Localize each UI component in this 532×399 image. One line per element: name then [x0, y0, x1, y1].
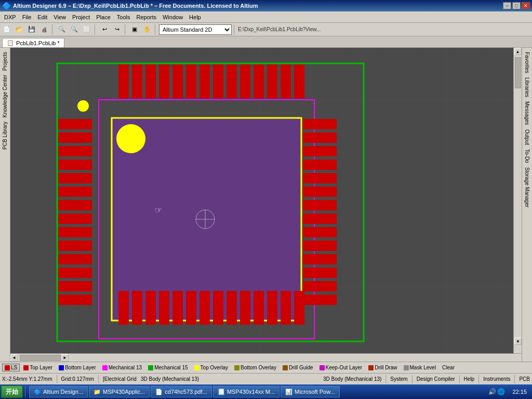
- layer-color-drill-guide: [283, 365, 288, 370]
- minimize-button[interactable]: –: [503, 2, 511, 9]
- svg-rect-49: [303, 132, 337, 143]
- scroll-left-button[interactable]: ◄: [10, 354, 18, 362]
- new-button[interactable]: 📄: [1, 24, 12, 35]
- svg-rect-53: [303, 187, 337, 197]
- layer-color-keepout: [320, 365, 325, 370]
- svg-rect-27: [213, 291, 223, 325]
- zoom-out-button[interactable]: 🔍: [69, 24, 80, 35]
- msp430applic-label: MSP430Applic...: [103, 389, 145, 395]
- layer-clear[interactable]: Clear: [440, 364, 457, 371]
- doc-task-icon: 📃: [218, 389, 225, 395]
- menu-dxp[interactable]: DXP: [1, 13, 19, 21]
- taskbar-msp430m[interactable]: 📃 MSP430x14xx M...: [213, 386, 280, 397]
- tray-area: 🔊 🌐: [486, 388, 507, 395]
- pcb-canvas-area[interactable]: ☞: [10, 48, 513, 353]
- status-help[interactable]: Help: [464, 376, 475, 382]
- svg-rect-17: [267, 64, 277, 98]
- taskbar-altium[interactable]: 🔷 Altium Design...: [29, 386, 88, 397]
- layer-mech13[interactable]: Mechanical 13: [100, 364, 144, 371]
- scroll-down-button[interactable]: ▼: [514, 338, 522, 345]
- horizontal-scrollbar[interactable]: ◄ ►: [10, 353, 522, 362]
- layer-keepout[interactable]: Keep-Out Layer: [317, 364, 365, 371]
- taskbar-pdf[interactable]: 📄 cd74hc573.pdf...: [151, 386, 211, 397]
- svg-rect-36: [58, 146, 92, 156]
- scroll-thumb-v[interactable]: [515, 57, 521, 88]
- svg-rect-39: [58, 187, 92, 197]
- altium-task-label: Altium Design...: [43, 389, 83, 395]
- layer-drill-draw[interactable]: Drill Draw: [366, 364, 400, 371]
- menu-reports[interactable]: Reports: [133, 13, 159, 21]
- sidebar-item-messages[interactable]: Messages: [523, 99, 531, 127]
- sidebar-item-knowledge[interactable]: Knowledge Center: [1, 73, 9, 119]
- sidebar-item-projects[interactable]: Projects: [1, 50, 9, 73]
- taskbar-msp430applic[interactable]: 📁 MSP430Applic...: [89, 386, 150, 397]
- menu-project[interactable]: Project: [69, 13, 93, 21]
- print-button[interactable]: 🖨: [38, 24, 50, 35]
- layer-top[interactable]: Top Layer: [21, 364, 55, 371]
- titlebar-left: 🔷 Altium Designer 6.9 – E:\Dxp_Keil\PcbL…: [2, 2, 258, 10]
- sidebar-item-todo[interactable]: To-Do: [523, 147, 531, 165]
- scroll-up-button[interactable]: ▲: [514, 48, 522, 55]
- move-button[interactable]: ✋: [141, 24, 153, 35]
- tab-icon: 📋: [7, 39, 14, 46]
- svg-rect-56: [303, 227, 337, 237]
- layer-ls[interactable]: LS: [2, 364, 20, 371]
- sidebar-item-output[interactable]: Output: [523, 127, 531, 147]
- svg-text:☞: ☞: [155, 206, 162, 215]
- menu-view[interactable]: View: [50, 13, 69, 21]
- menu-window[interactable]: Window: [159, 13, 186, 21]
- tray-icon-2: 🌐: [497, 388, 505, 395]
- svg-rect-51: [303, 159, 337, 170]
- open-button[interactable]: 📂: [14, 24, 25, 35]
- status-instruments[interactable]: Instruments: [483, 376, 510, 382]
- layer-mech15[interactable]: Mechanical 15: [145, 364, 190, 371]
- scroll-right-button[interactable]: ►: [61, 354, 69, 362]
- status-component2: 3D Body (Mechanical 13): [323, 376, 381, 382]
- vertical-scrollbar[interactable]: ▲ ▼: [513, 48, 522, 353]
- layer-color-mech13: [102, 365, 108, 370]
- sidebar-item-libraries[interactable]: Libraries: [523, 75, 531, 99]
- sidebar-item-favorites[interactable]: Favorites: [523, 50, 531, 75]
- zoom-fit-button[interactable]: ⬜: [81, 24, 92, 35]
- layer-mask[interactable]: Mask Level: [401, 364, 439, 371]
- menu-tools[interactable]: Tools: [114, 13, 134, 21]
- start-button[interactable]: 开始: [1, 385, 23, 398]
- scroll-thumb-h[interactable]: [20, 355, 61, 361]
- svg-rect-42: [58, 227, 92, 237]
- menu-place[interactable]: Place: [93, 13, 114, 21]
- layer-bottom[interactable]: Bottom Layer: [56, 364, 98, 371]
- menu-edit[interactable]: Edit: [34, 13, 50, 21]
- layer-label-bottom-overlay: Bottom Overlay: [241, 365, 276, 370]
- tab-pcblib[interactable]: 📋 PcbLib1.PcbLib *: [2, 38, 64, 47]
- tab-label: PcbLib1.PcbLib *: [16, 40, 60, 46]
- maximize-button[interactable]: □: [512, 2, 521, 9]
- menu-help[interactable]: Help: [186, 13, 204, 21]
- status-bar: X:-2.54mm Y:1.27mm Grid:0.127mm [Electri…: [0, 373, 532, 384]
- taskbar-ppt[interactable]: 📊 Microsoft Pow...: [281, 386, 340, 397]
- status-sep-3: [385, 375, 386, 383]
- layer-top-overlay[interactable]: Top Overlay: [192, 364, 231, 371]
- save-button[interactable]: 💾: [26, 24, 37, 35]
- altium-task-icon: 🔷: [34, 389, 41, 395]
- sidebar-item-storage[interactable]: Storage Manager: [523, 165, 531, 209]
- layer-label-drill-guide: Drill Guide: [289, 365, 313, 370]
- layer-drill-guide[interactable]: Drill Guide: [280, 364, 316, 371]
- close-button[interactable]: ✕: [522, 2, 530, 9]
- redo-button[interactable]: ↪: [111, 24, 123, 35]
- undo-button[interactable]: ↩: [99, 24, 110, 35]
- pcb-svg: ☞: [10, 48, 513, 353]
- layer-color-bottom: [59, 365, 64, 370]
- status-system[interactable]: System: [390, 376, 407, 382]
- taskbar: 开始 🔷 Altium Design... 📁 MSP430Applic... …: [0, 384, 532, 399]
- layer-bottom-overlay[interactable]: Bottom Overlay: [232, 364, 279, 371]
- svg-rect-26: [200, 291, 210, 325]
- sidebar-item-pcblib[interactable]: PCB Library: [1, 119, 9, 152]
- status-design-compiler[interactable]: Design Compiler: [417, 376, 455, 382]
- layer-label-top-overlay: Top Overlay: [201, 365, 228, 370]
- view-dropdown[interactable]: Altium Standard 2D Altium Standard 3D: [159, 24, 232, 35]
- menu-file[interactable]: File: [19, 13, 35, 21]
- status-pcb[interactable]: PCB: [519, 376, 530, 382]
- select-button[interactable]: ▣: [129, 24, 140, 35]
- svg-rect-54: [303, 200, 337, 210]
- zoom-in-button[interactable]: 🔍: [56, 24, 68, 35]
